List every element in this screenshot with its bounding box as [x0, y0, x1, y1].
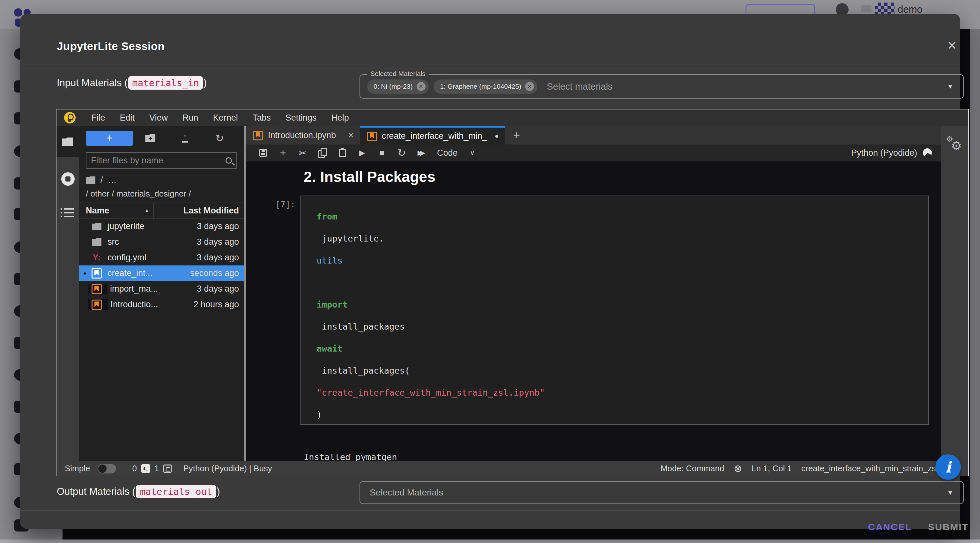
table-row[interactable]: Introductio... 2 hours ago — [79, 297, 244, 312]
close-icon[interactable]: × — [943, 36, 961, 54]
chevron-down-icon[interactable]: ▼ — [947, 489, 953, 497]
chip-delete-icon[interactable]: × — [417, 82, 426, 91]
column-name[interactable]: Name ▲ — [79, 206, 153, 216]
interrupt-kernel-button[interactable]: ■ — [372, 148, 392, 158]
tab-label: create_interface_with_min_ — [382, 131, 487, 141]
menubar-item[interactable]: Run — [175, 113, 206, 123]
file-modified: 3 days ago — [158, 221, 244, 231]
menubar-item[interactable]: Help — [324, 113, 356, 123]
breadcrumb-ellipsis[interactable]: … — [108, 175, 117, 185]
table-row[interactable]: jupyterlite 3 days ago — [79, 218, 244, 234]
cursor-position[interactable]: Ln 1, Col 1 — [752, 463, 792, 473]
code-editor[interactable]: from jupyterlite. utils import install_p… — [300, 196, 929, 425]
breadcrumb-root[interactable]: / — [100, 175, 103, 185]
running-kernels-icon[interactable] — [61, 172, 75, 186]
upload-button[interactable]: ↑ — [168, 134, 202, 143]
selected-materials-legend: Selected Materials — [367, 70, 429, 78]
materials-out-code: materials_out — [136, 485, 216, 498]
file-list: jupyterlite 3 days ago src 3 days ago co… — [79, 218, 244, 461]
root-folder-icon[interactable] — [86, 177, 95, 184]
menubar-item[interactable]: View — [142, 113, 175, 123]
add-cell-button[interactable]: + — [273, 147, 293, 159]
chevron-down-icon[interactable]: ▼ — [947, 83, 953, 90]
kernel-status-text[interactable]: Python (Pyodide) | Busy — [183, 463, 272, 473]
simple-mode-label: Simple — [65, 463, 90, 473]
file-browser-panel: + ↑ ↻ / … / — [79, 126, 244, 461]
sort-ascending-icon: ▲ — [145, 208, 150, 213]
selected-materials-combobox[interactable]: Selected Materials 0: Ni (mp-23) × 1: Gr… — [360, 74, 964, 99]
breadcrumb-path[interactable]: / other / materials_designer / — [86, 189, 237, 199]
paste-cells-button[interactable] — [332, 149, 352, 157]
cancel-button[interactable]: CANCEL — [862, 518, 918, 536]
simple-mode-toggle[interactable] — [98, 464, 116, 473]
notebook-icon — [366, 131, 377, 141]
tab-introduction[interactable]: Introduction.ipynb × — [246, 126, 360, 145]
tab-close-icon[interactable]: × — [348, 130, 354, 141]
kernel-busy-icon — [923, 148, 932, 157]
submit-button[interactable]: SUBMIT — [922, 518, 974, 536]
menubar-item[interactable]: Tabs — [245, 113, 278, 123]
section-heading: 2. Install Packages — [304, 168, 941, 185]
refresh-button[interactable]: ↻ — [202, 132, 237, 144]
file-type-icon — [88, 299, 108, 310]
new-launcher-button[interactable]: + — [86, 131, 133, 146]
new-tab-button[interactable]: + — [505, 126, 528, 145]
info-button[interactable]: i — [935, 454, 961, 480]
code-token: import — [317, 299, 348, 309]
code-cell[interactable]: [7]: from jupyterlite. utils import inst… — [246, 196, 929, 425]
trust-indicator-icon[interactable]: ⊗ — [734, 463, 742, 475]
terminals-count: 0 — [132, 463, 137, 473]
cut-cells-button[interactable]: ✂ — [293, 147, 313, 159]
column-last-modified[interactable]: Last Modified — [153, 203, 244, 218]
status-bar: Simple 0 $_ 1 Python (Pyodide) | Busy Mo… — [56, 461, 968, 476]
cell-type-select[interactable]: Code — [437, 148, 458, 158]
jupyterlite-session-dialog: JupyterLite Session × Input Materials ( … — [20, 14, 960, 529]
tab-create-interface[interactable]: create_interface_with_min_ ● — [360, 126, 505, 145]
restart-run-all-button[interactable]: ▶▶ — [412, 149, 431, 157]
copy-cells-button[interactable] — [313, 148, 332, 157]
command-mode-indicator[interactable]: Mode: Command — [661, 463, 724, 473]
menubar-item[interactable]: Kernel — [206, 113, 245, 123]
kernel-name[interactable]: Python (Pyodide) — [851, 148, 917, 158]
table-row[interactable]: import_ma... 3 days ago — [79, 281, 244, 297]
panel-splitter[interactable] — [244, 126, 246, 461]
menubar-item[interactable]: File — [84, 113, 113, 123]
terminal-icon[interactable]: $_ — [141, 464, 150, 473]
unsaved-dot-icon: ● — [495, 132, 499, 140]
file-modified: 3 days ago — [158, 253, 244, 263]
file-browser-icon[interactable] — [62, 137, 73, 146]
table-row[interactable]: config.yml 3 days ago — [79, 250, 244, 266]
new-folder-button[interactable] — [133, 134, 168, 142]
output-materials-select[interactable]: Selected Materials ▼ — [360, 481, 964, 504]
input-materials-label-text: Input Materials ( — [57, 77, 127, 89]
filter-files-input[interactable] — [91, 156, 226, 166]
menu-items: File Edit View Run Kernel Tabs Settings … — [84, 113, 356, 123]
file-type-icon — [88, 268, 105, 279]
file-modified: seconds ago — [158, 268, 244, 278]
breadcrumb: / … / other / materials_designer / — [79, 169, 244, 202]
restart-kernel-button[interactable]: ↻ — [392, 147, 412, 159]
table-of-contents-icon[interactable] — [64, 208, 74, 217]
save-button[interactable] — [253, 149, 273, 157]
property-inspector-icon[interactable]: ⚙ ⚙ — [946, 134, 963, 151]
input-materials-label: Input Materials ( materials_in ) — [57, 76, 207, 90]
kernel-icon[interactable] — [163, 465, 172, 473]
run-cell-button[interactable]: ▶ — [352, 148, 372, 157]
material-chip[interactable]: 1: Graphene (mp-1040425) × — [434, 80, 538, 94]
notebook-content[interactable]: 2. Install Packages [7]: from jupyterlit… — [246, 162, 941, 461]
menubar-item[interactable]: Edit — [113, 113, 142, 123]
code-token: await — [317, 344, 343, 354]
material-chip[interactable]: 0: Ni (mp-23) × — [367, 80, 429, 94]
table-row[interactable]: create_int... seconds ago — [79, 266, 244, 281]
chevron-down-icon[interactable]: ∨ — [470, 149, 475, 157]
save-icon — [259, 149, 267, 157]
chip-delete-icon[interactable]: × — [525, 82, 534, 91]
output-line: Installed pymatgen — [304, 452, 941, 461]
menubar-item[interactable]: Settings — [278, 113, 324, 123]
table-row[interactable]: src 3 days ago — [79, 234, 244, 250]
code-token: install_packages — [317, 322, 405, 331]
screen: demo JupyterLite Session × Input Materia… — [0, 0, 980, 543]
file-name: import_ma... — [108, 284, 158, 294]
code-token: from — [317, 212, 337, 221]
file-name: Introductio... — [108, 299, 158, 309]
